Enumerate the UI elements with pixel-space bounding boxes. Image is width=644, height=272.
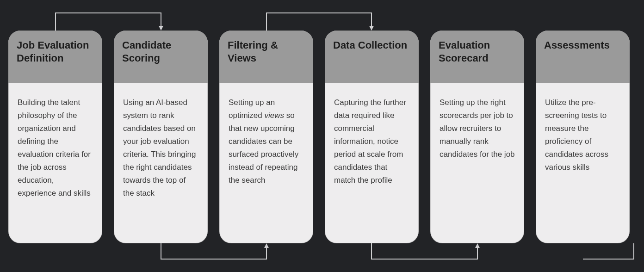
card-assessments: Assessments Utilize the pre-screening te… <box>536 31 630 243</box>
card-body: Setting up an optimized views so that ne… <box>219 83 313 196</box>
svg-marker-0 <box>159 26 163 31</box>
card-filtering-views: Filtering & Views Setting up an optimize… <box>219 31 313 243</box>
card-body: Building the talent philosophy of the or… <box>8 83 102 209</box>
card-title: Assessments <box>536 31 630 83</box>
svg-marker-1 <box>369 26 374 31</box>
card-body: Setting up the right scorecards per job … <box>430 83 524 170</box>
card-job-evaluation-definition: Job Evaluation Definition Building the t… <box>8 31 102 243</box>
card-candidate-scoring: Candidate Scoring Using an AI-based syst… <box>114 31 208 243</box>
card-body: Using an AI-based system to rank candida… <box>114 83 208 209</box>
card-data-collection: Data Collection Capturing the further da… <box>325 31 419 243</box>
card-title: Evaluation Scorecard <box>430 31 524 83</box>
svg-marker-3 <box>475 243 480 248</box>
card-title: Job Evaluation Definition <box>8 31 102 83</box>
svg-marker-2 <box>264 243 269 248</box>
card-evaluation-scorecard: Evaluation Scorecard Setting up the righ… <box>430 31 524 243</box>
card-title: Data Collection <box>325 31 419 83</box>
card-title: Candidate Scoring <box>114 31 208 83</box>
card-title: Filtering & Views <box>219 31 313 83</box>
card-body: Capturing the further data required like… <box>325 83 419 196</box>
card-body: Utilize the pre-screening tests to measu… <box>536 83 630 183</box>
